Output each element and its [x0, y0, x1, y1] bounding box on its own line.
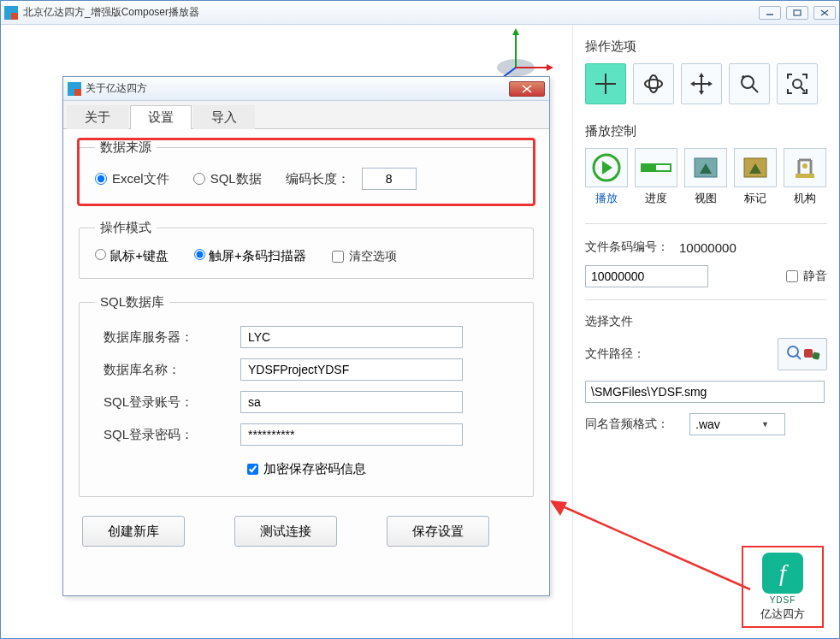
radio-sql[interactable]: SQL数据 — [193, 171, 262, 187]
play-tile-progress[interactable]: 进度 — [635, 148, 677, 206]
tool-zoom-in[interactable] — [729, 63, 770, 104]
settings-dialog: 关于亿达四方 关于 设置 导入 数据来源 Excel文件 SQL数据 编码长度： — [62, 76, 550, 596]
play-tile-mark[interactable]: 标记 — [734, 148, 777, 206]
radio-touch[interactable]: 触屏+条码扫描器 — [194, 248, 306, 264]
create-db-button[interactable]: 创建新库 — [82, 516, 185, 547]
barcode-label: 文件条码编号： — [585, 240, 671, 255]
check-encrypt[interactable]: 加密保存密码信息 — [247, 461, 366, 477]
svg-line-24 — [752, 86, 758, 92]
svg-marker-22 — [708, 81, 713, 86]
tool-pan[interactable] — [681, 63, 722, 104]
logo-en: YDSF — [770, 595, 796, 605]
radio-mouse[interactable]: 鼠标+键盘 — [95, 248, 169, 264]
svg-point-15 — [645, 80, 662, 88]
play-icon — [585, 148, 628, 187]
test-conn-button[interactable]: 测试连接 — [234, 516, 337, 547]
enc-length-input[interactable] — [362, 168, 417, 190]
dialog-close-button[interactable] — [509, 81, 545, 97]
svg-marker-30 — [602, 161, 612, 175]
svg-rect-3 — [794, 10, 801, 15]
dbname-label: 数据库名称： — [104, 362, 240, 378]
play-label-play: 播放 — [595, 191, 618, 206]
svg-rect-44 — [804, 349, 813, 358]
audiofmt-select[interactable]: .wav ▼ — [689, 413, 785, 435]
ops-toolbar — [585, 63, 827, 104]
window-title: 北京亿达四方_增强版Composer播放器 — [23, 5, 759, 20]
opmode-group: 操作模式 鼠标+键盘 触屏+条码扫描器 清空选项 — [79, 220, 534, 279]
browse-button[interactable] — [778, 338, 827, 370]
tool-zoom-fit[interactable] — [777, 63, 818, 104]
svg-marker-47 — [550, 500, 567, 516]
close-button[interactable] — [813, 6, 836, 20]
pass-label: SQL登录密码： — [104, 427, 240, 443]
sqldb-group: SQL数据库 数据库服务器： 数据库名称： SQL登录账号： SQL登录密码： … — [79, 294, 534, 497]
mark-icon — [734, 148, 777, 187]
maximize-button[interactable] — [786, 6, 808, 20]
dialog-body: 数据来源 Excel文件 SQL数据 编码长度： 操作模式 鼠标+键盘 — [63, 129, 549, 596]
dialog-titlebar[interactable]: 关于亿达四方 — [63, 77, 549, 101]
app-window: 北京亿达四方_增强版Composer播放器 操作选项 — [0, 0, 840, 639]
path-input[interactable] — [585, 381, 825, 403]
play-tile-view[interactable]: 视图 — [684, 148, 727, 206]
enc-length-label: 编码长度： — [286, 171, 350, 187]
check-clear[interactable]: 清空选项 — [332, 249, 397, 264]
svg-point-27 — [793, 80, 802, 88]
side-panel: 操作选项 播放控制 播放 进度 视图 — [572, 25, 839, 638]
svg-marker-8 — [512, 28, 519, 35]
progress-icon — [635, 148, 677, 187]
svg-marker-19 — [699, 73, 704, 77]
svg-marker-20 — [699, 91, 704, 95]
titlebar[interactable]: 北京亿达四方_增强版Composer播放器 — [1, 1, 839, 25]
svg-point-41 — [802, 163, 807, 169]
mute-checkbox-input[interactable] — [786, 270, 798, 282]
svg-rect-1 — [11, 13, 18, 20]
mute-checkbox[interactable]: 静音 — [786, 269, 827, 284]
path-label: 文件路径： — [585, 346, 671, 362]
view-icon — [684, 148, 727, 187]
server-label: 数据库服务器： — [104, 329, 240, 346]
svg-line-43 — [796, 355, 801, 359]
barcode-display: 10000000 — [679, 240, 736, 255]
svg-rect-32 — [642, 165, 656, 170]
chevron-down-icon: ▼ — [761, 420, 769, 429]
play-tile-play[interactable]: 播放 — [585, 148, 628, 206]
svg-marker-21 — [690, 81, 695, 86]
company-logo[interactable]: f YDSF 亿达四方 — [742, 546, 824, 628]
svg-line-28 — [801, 87, 805, 92]
play-label-progress: 进度 — [645, 191, 667, 206]
tab-import[interactable]: 导入 — [193, 105, 255, 129]
sqldb-legend: SQL数据库 — [95, 294, 169, 311]
logo-swirl-icon: f — [762, 553, 803, 594]
svg-marker-10 — [547, 64, 553, 71]
divider — [585, 223, 827, 224]
datasource-group: 数据来源 Excel文件 SQL数据 编码长度： — [79, 139, 534, 204]
dialog-tabs: 关于 设置 导入 — [63, 101, 549, 129]
tab-settings[interactable]: 设置 — [130, 105, 192, 129]
play-toolbar: 播放 进度 视图 标记 机构 — [585, 148, 827, 206]
save-settings-button[interactable]: 保存设置 — [387, 516, 489, 547]
audiofmt-label: 同名音频格式： — [585, 417, 681, 432]
pass-input[interactable] — [240, 423, 463, 446]
tool-orbit[interactable] — [633, 63, 674, 104]
dialog-icon — [68, 82, 81, 96]
opmode-legend: 操作模式 — [95, 220, 157, 236]
svg-rect-45 — [812, 352, 819, 359]
play-title: 播放控制 — [585, 123, 827, 139]
tab-about[interactable]: 关于 — [67, 105, 128, 129]
datasource-legend: 数据来源 — [95, 139, 157, 156]
play-tile-mech[interactable]: 机构 — [784, 148, 826, 206]
play-label-mark: 标记 — [744, 191, 766, 206]
browse-icon — [784, 342, 821, 366]
dbname-input[interactable] — [240, 358, 463, 381]
svg-rect-37 — [796, 174, 814, 178]
minimize-button[interactable] — [759, 6, 781, 20]
client-area: 操作选项 播放控制 播放 进度 视图 — [1, 25, 839, 638]
divider2 — [585, 299, 827, 300]
user-input[interactable] — [240, 391, 463, 413]
barcode-input[interactable] — [585, 265, 708, 287]
user-label: SQL登录账号： — [104, 394, 240, 411]
play-label-mech: 机构 — [794, 191, 816, 206]
server-input[interactable] — [240, 326, 463, 348]
radio-excel[interactable]: Excel文件 — [95, 171, 169, 187]
tool-crosshair[interactable] — [585, 63, 626, 104]
